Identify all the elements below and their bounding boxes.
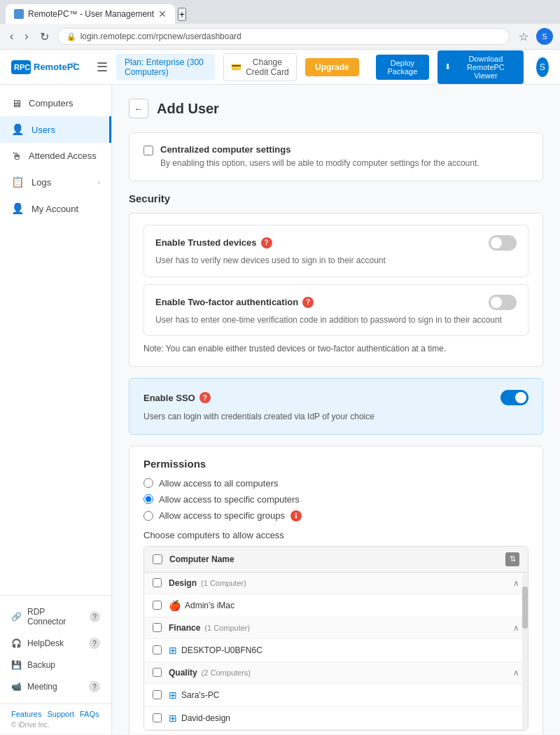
tab-label: RemotePC™ - User Management <box>28 9 154 19</box>
permission-all-radio[interactable] <box>144 478 153 488</box>
forward-nav-button[interactable]: › <box>22 29 31 44</box>
design-chevron-icon[interactable]: ∧ <box>513 578 519 588</box>
sidebar-label-rdp: RDP Connector <box>27 607 84 626</box>
table-row: 🍎 Admin's iMac <box>144 594 528 617</box>
imac-checkbox[interactable] <box>153 601 162 610</box>
sidebar-item-computers[interactable]: 🖥 Computers <box>0 90 111 116</box>
table-header: Computer Name ⇅ <box>144 547 528 573</box>
meeting-help-badge[interactable]: ? <box>89 681 100 692</box>
permission-specific-groups[interactable]: Allow access to specific groups ℹ <box>144 510 528 522</box>
logo-area: RPC RemotePC ™ <box>11 57 88 77</box>
address-bar[interactable]: 🔒 login.remotepc.com/rpcnew/userdashboar… <box>57 28 510 45</box>
centralized-settings-card: Centralized computer settings By enablin… <box>129 132 543 181</box>
sso-help-icon[interactable]: ? <box>200 392 211 403</box>
table-row: ⊞ Sara's-PC <box>144 684 528 707</box>
sidebar-bottom: 🔗 RDP Connector ? 🎧 HelpDesk ? 💾 Backup … <box>0 595 111 704</box>
browser-actions: ☆ S <box>515 28 553 45</box>
permission-all-computers[interactable]: Allow access to all computers <box>144 478 528 489</box>
computer-table: Computer Name ⇅ Design (1 Computer) <box>144 546 528 731</box>
col-computer-name: Computer Name <box>169 554 498 564</box>
copyright-text: © iDrive Inc. <box>11 721 100 729</box>
back-nav-button[interactable]: ‹ <box>7 29 16 44</box>
trusted-devices-toggle[interactable] <box>489 235 517 251</box>
sidebar-item-helpdesk[interactable]: 🎧 HelpDesk ? <box>0 632 111 654</box>
faqs-link[interactable]: FAQs <box>80 710 99 718</box>
plan-info: Plan: Enterprise (300 Computers) <box>116 54 215 80</box>
saras-pc-checkbox[interactable] <box>153 690 162 699</box>
trusted-devices-desc: User has to verify new devices used to s… <box>155 255 517 267</box>
table-scrollbar[interactable] <box>522 573 528 730</box>
select-all-checkbox[interactable] <box>153 554 162 564</box>
group-design-checkbox[interactable] <box>153 578 162 587</box>
active-tab[interactable]: RemotePC™ - User Management ✕ <box>6 4 175 24</box>
group-quality-checkbox[interactable] <box>153 668 162 677</box>
bookmark-button[interactable]: ☆ <box>515 29 532 45</box>
permission-specific-computers[interactable]: Allow access to specific computers <box>144 494 528 505</box>
centralized-checkbox[interactable] <box>144 146 153 155</box>
users-icon: 👤 <box>11 123 24 136</box>
quality-chevron-icon[interactable]: ∧ <box>513 668 519 678</box>
deploy-package-button[interactable]: Deploy Package <box>376 55 429 80</box>
address-text: login.remotepc.com/rpcnew/userdashboard <box>80 31 241 41</box>
sort-icon[interactable]: ⇅ <box>505 552 519 566</box>
centralized-description: By enabling this option, users will be a… <box>160 158 479 169</box>
sidebar-item-logs[interactable]: 📋 Logs › <box>0 169 111 195</box>
hamburger-menu[interactable]: ☰ <box>97 59 108 75</box>
desktop-checkbox[interactable] <box>153 645 162 654</box>
sidebar-item-meeting[interactable]: 📹 Meeting ? <box>0 676 111 698</box>
sso-slider <box>500 390 528 405</box>
back-button[interactable]: ← <box>129 99 148 118</box>
permission-specific-radio[interactable] <box>144 494 153 504</box>
main-layout: 🖥 Computers 👤 Users 🖱 Attended Access 📋 … <box>0 85 560 734</box>
support-link[interactable]: Support <box>47 710 74 718</box>
sidebar-label-backup: Backup <box>27 660 55 670</box>
two-factor-help-icon[interactable]: ? <box>302 297 314 308</box>
two-factor-desc: User has to enter one-time verification … <box>155 314 517 326</box>
sidebar-item-backup[interactable]: 💾 Backup <box>0 654 111 676</box>
permission-groups-radio[interactable] <box>144 511 153 521</box>
trusted-devices-help-icon[interactable]: ? <box>261 237 272 248</box>
download-button[interactable]: ⬇ Download RemotePC Viewer <box>438 50 524 84</box>
change-credit-card-button[interactable]: 💳 Change Credit Card <box>223 53 297 81</box>
two-factor-row: Enable Two-factor authentication ? User … <box>144 284 528 337</box>
sidebar-label-my-account: My Account <box>31 204 78 214</box>
trusted-devices-row: Enable Trusted devices ? User has to ver… <box>144 225 528 277</box>
tab-close-button[interactable]: ✕ <box>158 8 167 20</box>
sso-card: Enable SSO ? Users can login with creden… <box>129 378 543 435</box>
table-row: Finance (1 Computer) ∧ <box>144 617 528 639</box>
sidebar-item-rdp[interactable]: 🔗 RDP Connector ? <box>0 601 111 632</box>
sidebar-label-logs: Logs <box>31 177 51 188</box>
group-finance-checkbox[interactable] <box>153 623 162 632</box>
features-link[interactable]: Features <box>11 710 41 718</box>
user-avatar[interactable]: S <box>536 57 549 77</box>
upgrade-button[interactable]: Upgrade <box>305 58 359 76</box>
windows-icon: ⊞ <box>169 690 177 701</box>
finance-chevron-icon[interactable]: ∧ <box>513 623 519 633</box>
sidebar-item-attended-access[interactable]: 🖱 Attended Access <box>0 143 111 169</box>
sso-toggle[interactable] <box>500 390 528 405</box>
new-tab-button[interactable]: + <box>178 8 186 21</box>
helpdesk-help-badge[interactable]: ? <box>89 638 100 649</box>
two-factor-toggle[interactable] <box>489 295 517 310</box>
security-title: Security <box>129 192 543 204</box>
table-row: Design (1 Computer) ∧ <box>144 573 528 594</box>
sidebar-item-my-account[interactable]: 👤 My Account <box>0 195 111 222</box>
groups-info-icon[interactable]: ℹ <box>290 510 302 522</box>
david-design-name: ⊞ David-design <box>169 713 519 724</box>
centralized-label: Centralized computer settings <box>160 144 479 155</box>
svg-text:™: ™ <box>71 62 76 66</box>
group-finance-name: Finance (1 Computer) <box>169 623 506 633</box>
david-design-checkbox[interactable] <box>153 713 162 722</box>
sidebar-footer-links: Features Support FAQs <box>11 710 100 718</box>
security-card: Enable Trusted devices ? User has to ver… <box>129 213 543 367</box>
credit-card-icon: 💳 <box>231 62 241 72</box>
sidebar-item-users[interactable]: 👤 Users <box>0 116 111 143</box>
security-section: Security Enable Trusted devices ? <box>129 192 543 435</box>
rdp-help-badge[interactable]: ? <box>90 611 100 622</box>
table-row: ⊞ David-design <box>144 707 528 730</box>
apple-icon: 🍎 <box>169 600 181 611</box>
trusted-devices-label: Enable Trusted devices ? <box>155 237 272 248</box>
reload-button[interactable]: ↻ <box>37 29 52 45</box>
browser-chrome: RemotePC™ - User Management ✕ + ‹ › ↻ 🔒 … <box>0 0 560 50</box>
sidebar-label-attended-access: Attended Access <box>29 150 97 161</box>
